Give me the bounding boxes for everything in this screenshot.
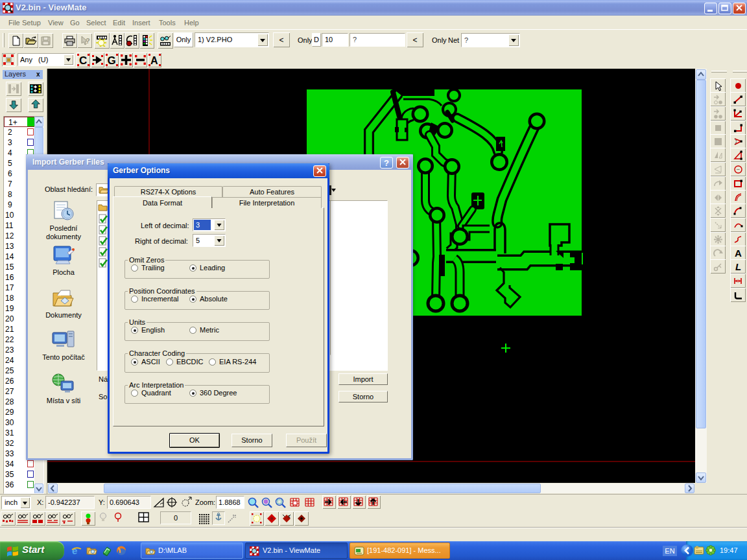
svg-text:C: C [79,54,87,66]
svg-text:A: A [735,248,742,259]
svg-text:?: ? [86,37,90,45]
svg-text:L: L [735,261,741,272]
svg-text:G: G [108,54,116,66]
svg-text:A: A [150,55,158,66]
